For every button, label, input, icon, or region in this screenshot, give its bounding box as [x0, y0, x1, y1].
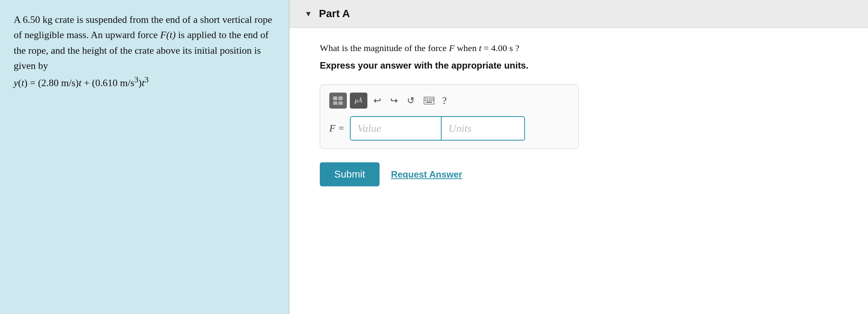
svg-rect-12 [429, 100, 430, 101]
svg-rect-14 [432, 100, 434, 101]
left-panel: A 6.50 kg crate is suspended from the en… [0, 0, 289, 314]
svg-rect-1 [338, 96, 343, 100]
help-button[interactable]: ? [442, 95, 447, 107]
svg-rect-7 [429, 98, 430, 99]
undo-button[interactable]: ↩ [370, 94, 384, 107]
answer-box: μÅ ↩ ↪ ↺ [320, 85, 579, 149]
input-row: F = [329, 116, 569, 141]
mu-button[interactable]: μÅ [350, 93, 367, 109]
submit-button[interactable]: Submit [320, 162, 380, 186]
content-area: What is the magnitude of the force F whe… [289, 28, 868, 314]
svg-rect-11 [427, 100, 428, 101]
problem-statement: A 6.50 kg crate is suspended from the en… [14, 12, 275, 91]
toolbar: μÅ ↩ ↪ ↺ [329, 93, 569, 109]
svg-rect-8 [431, 98, 432, 99]
request-answer-button[interactable]: Request Answer [391, 169, 462, 180]
instruction-text: Express your answer with the appropriate… [320, 60, 838, 71]
svg-rect-9 [432, 98, 434, 99]
svg-rect-2 [333, 101, 337, 105]
svg-rect-6 [427, 98, 428, 99]
value-input[interactable] [350, 116, 441, 141]
svg-rect-3 [338, 101, 343, 105]
f-label: F = [329, 123, 345, 134]
keyboard-button[interactable] [421, 95, 437, 106]
refresh-button[interactable]: ↺ [404, 94, 418, 107]
units-input[interactable] [441, 116, 525, 141]
collapse-arrow[interactable]: ▼ [305, 10, 312, 18]
part-header: ▼ Part A [289, 0, 868, 28]
part-title: Part A [319, 8, 350, 20]
redo-button[interactable]: ↪ [387, 94, 401, 107]
svg-rect-0 [333, 96, 337, 100]
matrix-button[interactable] [329, 93, 347, 109]
action-row: Submit Request Answer [320, 162, 838, 186]
svg-rect-10 [425, 100, 426, 101]
svg-rect-13 [431, 100, 432, 101]
right-panel: ▼ Part A What is the magnitude of the fo… [289, 0, 868, 314]
question-text: What is the magnitude of the force F whe… [320, 43, 838, 53]
svg-rect-5 [425, 98, 426, 99]
svg-rect-15 [426, 102, 432, 103]
